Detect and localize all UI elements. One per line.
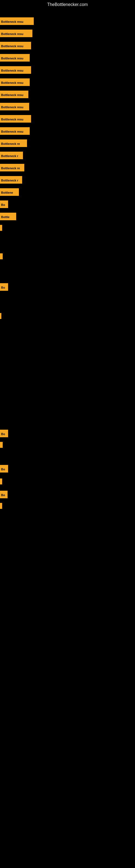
bar-label: Bottleneck resu bbox=[0, 66, 31, 74]
bar-small bbox=[0, 503, 2, 509]
bar-container bbox=[0, 478, 2, 485]
bar-label: Bottleneck re bbox=[0, 164, 24, 172]
bar-container: Bottleneck resu bbox=[0, 42, 31, 50]
bar-container: Bottleneck resu bbox=[0, 127, 30, 135]
bar-label: Bo bbox=[0, 465, 8, 472]
bar-container: Bottleneck r bbox=[0, 152, 23, 159]
bar-label: Bottle bbox=[0, 213, 16, 220]
bar-container: Bottleneck re bbox=[0, 140, 27, 147]
bar-small bbox=[0, 253, 3, 259]
bar-container: Bottleneck resu bbox=[0, 91, 28, 98]
bar-container bbox=[0, 442, 3, 448]
bar-container: Bo bbox=[0, 430, 8, 437]
bar-label: Bottleneck resu bbox=[0, 127, 30, 135]
bar-small bbox=[0, 442, 3, 448]
bar-container: Bottleneck resu bbox=[0, 66, 31, 74]
bar-container: Bottleneck resu bbox=[0, 115, 31, 123]
bar-label: Bo bbox=[0, 430, 8, 437]
bar-container: Bottleneck resu bbox=[0, 18, 34, 25]
bar-container: Bottleneck re bbox=[0, 164, 24, 172]
bar-container bbox=[0, 253, 3, 259]
bar-container bbox=[0, 313, 1, 319]
bar-small bbox=[0, 313, 1, 319]
site-title: TheBottlenecker.com bbox=[0, 0, 135, 9]
bar-label: Bottleneck r bbox=[0, 176, 22, 184]
bar-container: Bo bbox=[0, 200, 8, 208]
bar-container: Bo bbox=[0, 465, 8, 472]
bar-label: Bottleneck resu bbox=[0, 30, 32, 37]
bar-label: Bottleneck resu bbox=[0, 115, 31, 123]
bar-container: Bottleneck resu bbox=[0, 30, 32, 37]
bar-small bbox=[0, 478, 2, 485]
bar-label: Bottleneck resu bbox=[0, 103, 29, 111]
bar-container: Bottleneck resu bbox=[0, 103, 29, 111]
bar-label: Bo bbox=[0, 491, 8, 498]
bar-container: Bottlene bbox=[0, 188, 19, 196]
bar-label: Bottleneck resu bbox=[0, 42, 31, 50]
bar-label: Bottlene bbox=[0, 188, 19, 196]
bar-container: Bottleneck r bbox=[0, 176, 22, 184]
bar-container: Bo bbox=[0, 491, 8, 498]
bar-label: Bottleneck resu bbox=[0, 91, 28, 98]
bar-container: Bo bbox=[0, 283, 8, 291]
bar-label: Bo bbox=[0, 200, 8, 208]
bar-container: Bottleneck resu bbox=[0, 54, 30, 62]
bar-label: Bottleneck r bbox=[0, 152, 23, 159]
bar-label: Bottleneck resu bbox=[0, 54, 30, 62]
bar-container bbox=[0, 503, 2, 509]
bar-label: Bottleneck resu bbox=[0, 79, 30, 86]
bar-label: Bo bbox=[0, 283, 8, 291]
bar-container: Bottleneck resu bbox=[0, 79, 30, 86]
bar-small bbox=[0, 225, 2, 231]
bar-container: Bottle bbox=[0, 213, 16, 220]
bar-container bbox=[0, 225, 2, 231]
bar-label: Bottleneck resu bbox=[0, 18, 34, 25]
bar-label: Bottleneck re bbox=[0, 140, 27, 147]
